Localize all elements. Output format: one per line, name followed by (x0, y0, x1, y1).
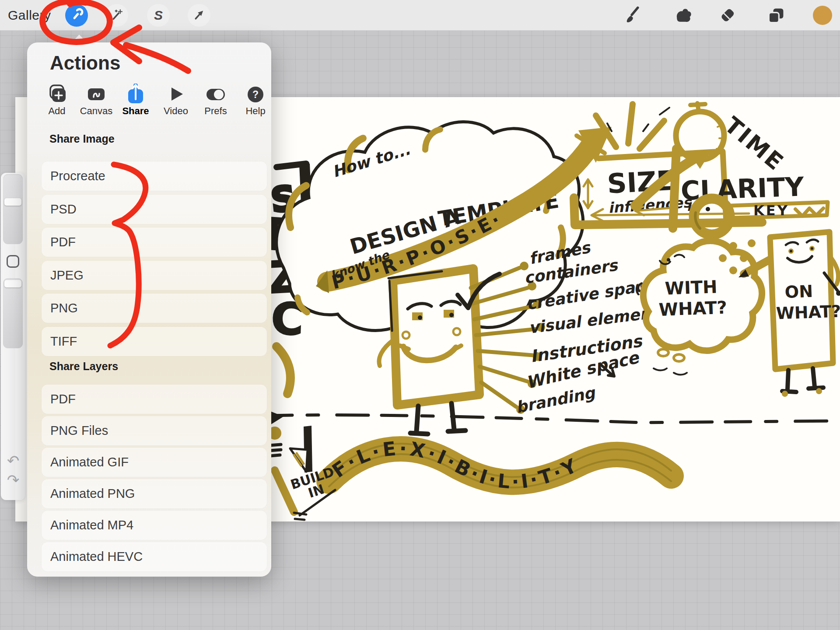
color-circle-icon (812, 5, 833, 26)
canvas-icon (86, 84, 107, 105)
layers-icon (766, 6, 785, 25)
share-image-jpeg[interactable]: JPEG (42, 261, 267, 290)
tab-add[interactable]: Add (37, 84, 77, 117)
magic-wand-icon (109, 8, 124, 23)
popover-arrow (71, 35, 87, 43)
panel-title: Actions (50, 52, 120, 74)
tab-share-label: Share (116, 105, 156, 117)
share-layers-png-files[interactable]: PNG Files (42, 416, 267, 445)
tab-video-label: Video (156, 105, 196, 117)
share-image-png[interactable]: PNG (42, 294, 267, 323)
redo-button[interactable]: ↷ (4, 471, 22, 489)
share-layers-animated-mp4[interactable]: Animated MP4 (42, 511, 267, 540)
transform-arrow-button[interactable] (188, 4, 210, 27)
brush-icon (623, 6, 642, 25)
share-image-pdf[interactable]: PDF (42, 228, 267, 257)
tab-help-label: Help (235, 105, 276, 117)
tab-help[interactable]: ? Help (235, 84, 276, 117)
tab-canvas-label: Canvas (76, 105, 116, 117)
share-icon (125, 84, 146, 105)
redo-icon: ↷ (7, 472, 20, 488)
share-image-procreate[interactable]: Procreate (42, 161, 267, 191)
selection-s-icon: S (154, 8, 163, 23)
tab-canvas[interactable]: Canvas (76, 84, 116, 117)
eraser-icon (718, 6, 737, 25)
brush-size-slider[interactable] (3, 174, 23, 244)
smudge-finger-icon (673, 6, 692, 25)
prefs-toggle-icon (205, 84, 226, 105)
share-image-header: Share Image (49, 133, 115, 145)
share-image-psd[interactable]: PSD (42, 195, 267, 224)
actions-wrench-button[interactable] (65, 4, 88, 27)
video-play-icon (165, 84, 186, 105)
opacity-slider[interactable] (3, 278, 23, 348)
opacity-handle[interactable] (4, 280, 21, 287)
help-question-glyph: ? (252, 89, 259, 100)
undo-icon: ↶ (7, 452, 20, 469)
undo-button[interactable]: ↶ (4, 452, 22, 469)
eraser-button[interactable] (716, 4, 739, 27)
tab-prefs-label: Prefs (196, 105, 236, 117)
modify-button[interactable] (7, 255, 19, 268)
tab-share[interactable]: Share (116, 84, 156, 117)
smudge-button[interactable] (671, 4, 694, 27)
share-layers-header: Share Layers (49, 360, 118, 373)
wrench-icon (69, 8, 84, 23)
sidebar: ↶ ↷ (1, 173, 25, 500)
transform-arrow-icon (192, 8, 206, 23)
color-swatch-button[interactable] (811, 4, 834, 27)
share-image-tiff[interactable]: TIFF (42, 327, 267, 356)
share-layers-animated-png[interactable]: Animated PNG (42, 479, 267, 508)
paint-brush-button[interactable] (620, 4, 644, 27)
share-layers-animated-gif[interactable]: Animated GIF (42, 448, 267, 477)
tab-prefs[interactable]: Prefs (196, 84, 236, 117)
add-icon (46, 84, 67, 105)
selection-button[interactable]: S (147, 4, 170, 27)
share-layers-animated-hevc[interactable]: Animated HEVC (42, 542, 267, 571)
tab-video[interactable]: Video (156, 84, 196, 117)
adjustments-wand-button[interactable] (105, 4, 128, 27)
gallery-button[interactable]: Gallery (8, 8, 51, 23)
tab-add-label: Add (37, 105, 77, 117)
help-icon: ? (245, 84, 266, 105)
brush-size-handle[interactable] (4, 198, 21, 206)
share-layers-pdf[interactable]: PDF (42, 385, 267, 414)
layers-button[interactable] (764, 4, 788, 27)
top-toolbar: Gallery S (0, 0, 840, 31)
actions-popover: Actions Add Canvas Share Video (27, 42, 271, 577)
